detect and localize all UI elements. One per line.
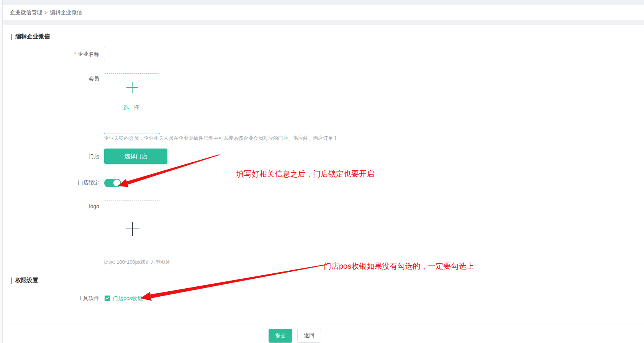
store-lock-label: 门店锁定 xyxy=(26,178,99,187)
toggle-knob xyxy=(113,180,120,186)
member-label: 会员 xyxy=(26,75,99,82)
check-icon xyxy=(106,296,109,300)
pos-checkbox-label[interactable]: 门店pos收银 xyxy=(113,295,143,302)
logo-upload-box[interactable] xyxy=(104,200,161,257)
breadcrumb-item-current: 编辑企业微信 xyxy=(50,9,82,16)
logo-tip-text: 提示: 100*100px或正方型图片 xyxy=(104,259,170,266)
store-lock-annotation-text: 填写好相关信息之后，门店锁定也要开启 xyxy=(236,169,374,179)
footer-bar: 提交 返回 xyxy=(3,325,644,343)
member-helper-text: 企业关联的会员，企业相关人员在企业类插件管理中可以搜索该企业会员对应的门店、供应… xyxy=(104,135,338,142)
breadcrumb: 企业微信管理 > 编辑企业微信 xyxy=(3,5,644,20)
tool-software-label: 工具软件 xyxy=(26,295,99,302)
store-label: 门店 xyxy=(26,149,99,164)
breadcrumb-item-parent[interactable]: 企业微信管理 xyxy=(10,9,42,16)
sidebar-edge xyxy=(0,0,3,343)
section-accent-bar xyxy=(11,278,12,284)
logo-label: logo xyxy=(26,203,99,209)
store-lock-toggle[interactable] xyxy=(104,179,121,187)
member-upload-box[interactable]: 选 择 xyxy=(104,74,160,134)
select-store-button[interactable]: 选择门店 xyxy=(104,149,167,164)
plus-icon xyxy=(126,82,138,93)
main-panel: 编辑企业微信 *企业名称 会员 选 择 企业关联的会员，企业相关人员在企业类插件… xyxy=(3,25,644,343)
section-title-edit: 编辑企业微信 xyxy=(11,33,50,40)
section-title-text: 权限设置 xyxy=(15,277,38,284)
pos-annotation-text: 门店pos收银如果没有勾选的，一定要勾选上 xyxy=(324,261,474,271)
pos-checkbox[interactable] xyxy=(105,296,110,301)
submit-button[interactable]: 提交 xyxy=(269,329,292,343)
section-accent-bar xyxy=(11,34,12,40)
required-asterisk: * xyxy=(74,51,76,57)
plus-icon xyxy=(126,222,139,236)
section-title-permission: 权限设置 xyxy=(11,277,38,284)
section-title-text: 编辑企业微信 xyxy=(15,33,50,40)
company-name-input[interactable] xyxy=(104,47,443,61)
member-choose-label: 选 择 xyxy=(123,104,141,111)
breadcrumb-separator: > xyxy=(44,10,48,16)
back-button[interactable]: 返回 xyxy=(297,329,321,343)
company-name-label: *企业名称 xyxy=(26,47,99,61)
